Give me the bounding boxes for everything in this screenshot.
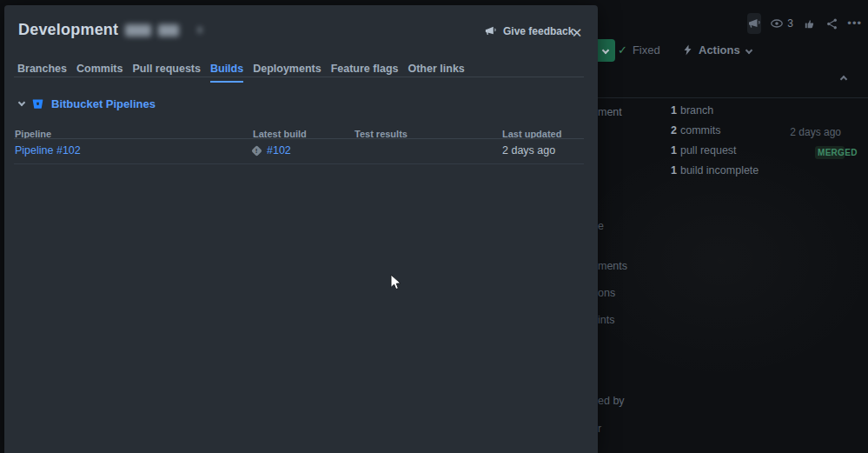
- redacted-issue-key: [198, 27, 202, 33]
- latest-build-cell: ! #102: [253, 144, 291, 157]
- eye-icon: [770, 17, 784, 30]
- thumbs-up-icon: [803, 17, 816, 30]
- field-label-fragment: ed by: [598, 395, 625, 407]
- collapse-panel-chevron-up-icon[interactable]: [840, 76, 847, 83]
- chevron-down-icon: [745, 46, 752, 53]
- development-field-label-fragment: ment: [598, 106, 622, 118]
- dialog-tabs: Branches Commits Pull requests Builds De…: [17, 59, 465, 83]
- last-updated-value: 2 days ago: [502, 144, 555, 157]
- feedback-megaphone-icon[interactable]: [747, 13, 761, 34]
- field-label-fragment: ments: [598, 260, 627, 272]
- issue-toolbar: 3 •••: [747, 12, 862, 35]
- dialog-title: Development: [18, 21, 202, 39]
- provider-name: Bitbucket Pipelines: [51, 97, 156, 110]
- dialog-title-text: Development: [18, 21, 118, 39]
- bitbucket-pipelines-section-header[interactable]: Bitbucket Pipelines: [19, 97, 156, 110]
- megaphone-icon: [484, 24, 497, 37]
- panel-divider: [598, 97, 868, 98]
- give-feedback-button[interactable]: Give feedback: [484, 24, 573, 37]
- merged-status-badge: MERGED: [815, 146, 845, 159]
- chevron-down-icon[interactable]: [18, 99, 25, 106]
- table-divider: [14, 138, 584, 139]
- tab-pull-requests[interactable]: Pull requests: [132, 59, 201, 83]
- tab-other-links[interactable]: Other links: [407, 59, 464, 83]
- development-dialog: Development Give feedback ✕ Branches Com…: [4, 5, 598, 453]
- table-row: Pipeline #102 ! #102 2 days ago: [4, 144, 598, 163]
- redacted-issue-key: [158, 24, 179, 37]
- close-dialog-button[interactable]: ✕: [565, 22, 589, 44]
- chevron-down-icon: [602, 47, 609, 54]
- like-button[interactable]: [802, 13, 816, 34]
- tab-branches[interactable]: Branches: [17, 59, 67, 83]
- more-actions-button[interactable]: •••: [847, 13, 862, 34]
- mouse-cursor: [390, 274, 402, 291]
- field-label-fragment: e: [598, 220, 604, 232]
- give-feedback-label: Give feedback: [503, 25, 573, 37]
- lightning-icon: [683, 44, 692, 56]
- bitbucket-icon: [32, 98, 43, 110]
- watch-count: 3: [787, 17, 793, 30]
- redacted-issue-key: [125, 24, 151, 37]
- pipeline-link[interactable]: Pipeline #102: [15, 144, 81, 157]
- build-link[interactable]: #102: [267, 144, 291, 157]
- close-icon: ✕: [572, 25, 583, 41]
- resolution-label: Fixed: [633, 43, 660, 57]
- tabs-divider: [14, 77, 584, 77]
- commits-timestamp: 2 days ago: [730, 126, 841, 138]
- check-icon: ✓: [618, 43, 627, 57]
- tab-commits[interactable]: Commits: [76, 59, 123, 83]
- share-button[interactable]: [825, 13, 838, 34]
- actions-label: Actions: [699, 43, 740, 57]
- tab-deployments[interactable]: Deployments: [253, 59, 321, 83]
- builds-summary[interactable]: 1build incomplete: [671, 160, 845, 180]
- actions-dropdown[interactable]: Actions: [683, 43, 752, 57]
- field-label-fragment: r: [598, 423, 601, 435]
- field-label-fragment: ints: [598, 314, 614, 326]
- build-status-stopped-icon: !: [251, 145, 262, 157]
- resolution-field: ✓ Fixed: [618, 43, 660, 57]
- development-summary: 1branch 2commits 1pull request 1build in…: [671, 101, 845, 180]
- field-label-fragment: ons: [598, 287, 615, 299]
- tab-builds[interactable]: Builds: [210, 59, 243, 83]
- watchers[interactable]: 3: [770, 17, 793, 30]
- branches-summary[interactable]: 1branch: [671, 101, 845, 121]
- share-icon: [825, 17, 838, 30]
- tab-feature-flags[interactable]: Feature flags: [331, 59, 399, 83]
- ellipsis-icon: •••: [847, 19, 862, 28]
- table-divider: [14, 163, 584, 164]
